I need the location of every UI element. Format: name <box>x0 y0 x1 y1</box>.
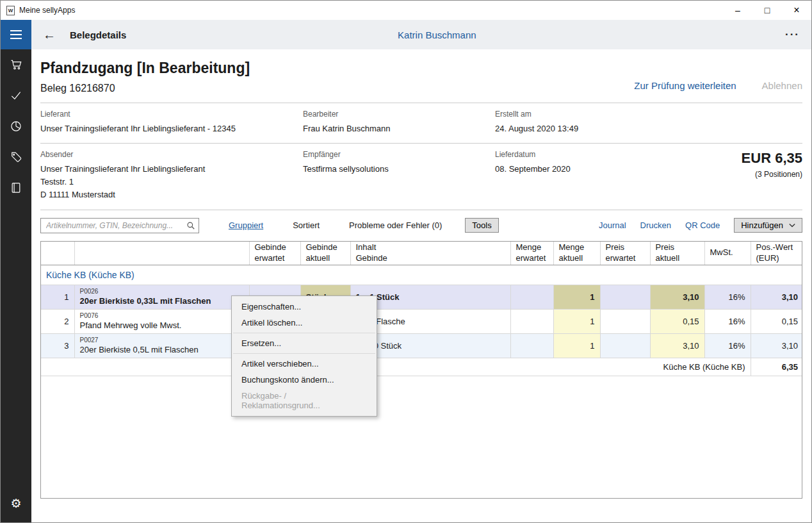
bearbeiter-value: Frau Katrin Buschmann <box>303 122 495 135</box>
pos-wert-cell: 3,10 <box>751 334 802 358</box>
menu-item-rueckgabe-reklamationsgrund: Rückgabe- / Reklamationsgrund... <box>232 388 377 413</box>
probleme-fehler-toggle[interactable]: Probleme oder Fehler (0) <box>349 220 442 230</box>
forward-for-review-button[interactable]: Zur Prüfung weiterleiten <box>634 80 736 91</box>
lieferant-label: Lieferant <box>40 110 303 119</box>
bearbeiter-label: Bearbeiter <box>303 110 495 119</box>
page-title: Belegdetails <box>70 29 126 40</box>
mwst-cell: 16% <box>704 334 751 358</box>
row-number: 1 <box>41 285 74 310</box>
sortiert-toggle[interactable]: Sortiert <box>293 220 320 230</box>
header-gebinde-aktuell[interactable]: Gebindeaktuell <box>300 242 350 265</box>
header-pos-wert[interactable]: Pos.-Wert(EUR) <box>751 242 802 265</box>
hinzufuegen-label: Hinzufügen <box>741 220 783 230</box>
back-button[interactable]: ← <box>43 28 56 41</box>
check-icon[interactable] <box>1 80 31 111</box>
reject-button[interactable]: Ablehnen <box>762 80 802 91</box>
pos-wert-cell: 0,15 <box>751 310 802 334</box>
empfaenger-value: Testfirma sellysolutions <box>303 163 495 176</box>
window-controls: – □ × <box>723 1 811 20</box>
journal-link[interactable]: Journal <box>599 220 626 230</box>
table-row[interactable]: 1 P0026 20er Bierkiste 0,33L mit Flasche… <box>41 285 802 310</box>
info-row-2: Absender Unser Trainingslieferant Ihr Li… <box>40 144 802 209</box>
more-options-icon[interactable]: ··· <box>785 28 800 41</box>
maximize-button[interactable]: □ <box>752 1 782 20</box>
hamburger-menu-icon[interactable] <box>1 20 31 49</box>
article-cell[interactable]: P0026 20er Bierkiste 0,33L mit Flaschen <box>74 285 249 310</box>
menu-item-artikel-verschieben[interactable]: Artikel verschieben... <box>232 356 377 372</box>
menge-aktuell-cell[interactable]: 1 <box>553 334 600 358</box>
pos-wert-cell: 3,10 <box>751 285 802 310</box>
document-title: Pfandzugang [In Bearbeitung] <box>40 60 250 77</box>
header-article <box>74 242 249 265</box>
article-name: 20er Bierkiste 0,5L mit Flaschen <box>80 345 244 355</box>
pie-chart-icon[interactable] <box>1 111 31 142</box>
table-header-row: Gebindeerwartet Gebindeaktuell InhaltGeb… <box>41 242 802 265</box>
menu-separator <box>233 353 375 354</box>
menge-erwartet-cell[interactable] <box>510 334 553 358</box>
gear-icon[interactable]: ⚙ <box>1 488 31 519</box>
table-row[interactable]: 3 P0027 20er Bierkiste 0,5L mit Flaschen… <box>41 334 802 358</box>
document-number: Beleg 16216870 <box>40 83 250 94</box>
qr-code-link[interactable]: QR Code <box>685 220 720 230</box>
group-label: Küche KB (Küche KB) <box>41 265 802 285</box>
preis-aktuell-cell[interactable]: 0,15 <box>650 310 704 334</box>
preis-aktuell-cell[interactable]: 3,10 <box>650 285 704 310</box>
hinzufuegen-button[interactable]: Hinzufügen <box>734 218 802 233</box>
menu-item-artikel-loeschen[interactable]: Artikel löschen... <box>232 315 377 331</box>
sidebar: ⚙ <box>1 20 31 522</box>
preis-erwartet-cell[interactable] <box>600 285 650 310</box>
article-cell[interactable]: P0027 20er Bierkiste 0,5L mit Flaschen <box>74 334 249 358</box>
group-total-row: Küche KB (Küche KB) 6,35 <box>41 358 802 376</box>
user-link[interactable]: Katrin Buschmann <box>398 29 476 40</box>
close-button[interactable]: × <box>782 1 811 20</box>
menu-separator <box>233 333 375 333</box>
tools-button[interactable]: Tools <box>465 218 498 233</box>
chevron-down-icon <box>789 223 795 228</box>
article-name: Pfand Mehrweg volle Mwst. <box>80 320 244 331</box>
article-code: P0026 <box>80 288 244 295</box>
preis-aktuell-cell[interactable]: 3,10 <box>650 334 704 358</box>
menu-item-eigenschaften[interactable]: Eigenschaften... <box>232 299 377 315</box>
menge-aktuell-cell[interactable]: 1 <box>553 310 600 334</box>
group-total-label: Küche KB (Küche KB) <box>41 358 751 376</box>
menu-item-buchungskonto-aendern[interactable]: Buchungskonto ändern... <box>232 372 377 388</box>
group-header-row[interactable]: Küche KB (Küche KB) <box>41 265 802 285</box>
article-cell[interactable]: P0076 Pfand Mehrweg volle Mwst. <box>74 310 249 334</box>
header-mwst[interactable]: MwSt. <box>704 242 751 265</box>
book-icon[interactable] <box>1 172 31 203</box>
header-preis-aktuell[interactable]: Preisaktuell <box>650 242 704 265</box>
empfaenger-label: Empfänger <box>303 150 495 159</box>
app-logo-icon: W <box>6 6 15 15</box>
row-number: 3 <box>41 334 74 358</box>
menge-erwartet-cell[interactable] <box>510 285 553 310</box>
table-row[interactable]: 2 P0076 Pfand Mehrweg volle Mwst. 1 x 1 … <box>41 310 802 334</box>
tag-icon[interactable] <box>1 142 31 172</box>
cart-icon[interactable] <box>1 49 31 80</box>
minimize-button[interactable]: – <box>723 1 752 20</box>
titlebar: W Meine sellyApps – □ × <box>1 1 811 20</box>
mwst-cell: 16% <box>704 285 751 310</box>
menge-aktuell-cell[interactable]: 1 <box>553 285 600 310</box>
absender-line2: Teststr. 1 <box>40 176 303 188</box>
gruppiert-toggle[interactable]: Gruppiert <box>229 220 263 230</box>
header-menge-aktuell[interactable]: Mengeaktuell <box>553 242 600 265</box>
info-row-1: Lieferant Unser Trainingslieferant Ihr L… <box>40 103 802 143</box>
header-menge-erwartet[interactable]: Mengeerwartet <box>510 242 553 265</box>
drucken-link[interactable]: Drucken <box>640 220 671 230</box>
search-icon <box>186 221 195 230</box>
lieferdatum-value: 08. September 2020 <box>495 163 681 176</box>
header-inhalt-gebinde[interactable]: InhaltGebinde <box>350 242 510 265</box>
menge-erwartet-cell[interactable] <box>510 310 553 334</box>
total-amount: EUR 6,35 <box>681 150 802 167</box>
preis-erwartet-cell[interactable] <box>600 310 650 334</box>
lieferant-value: Unser Trainingslieferant Ihr Lieblingsli… <box>40 122 303 135</box>
header-gebinde-erwartet[interactable]: Gebindeerwartet <box>249 242 300 265</box>
header-preis-erwartet[interactable]: Preiserwartet <box>600 242 650 265</box>
article-code: P0076 <box>80 312 244 320</box>
item-toolbar: Gruppiert Sortiert Probleme oder Fehler … <box>40 218 802 233</box>
menu-item-ersetzen[interactable]: Ersetzen... <box>232 335 377 351</box>
erstellt-am-label: Erstellt am <box>495 110 681 119</box>
header-num <box>41 242 74 265</box>
preis-erwartet-cell[interactable] <box>600 334 650 358</box>
search-input[interactable] <box>40 218 199 233</box>
